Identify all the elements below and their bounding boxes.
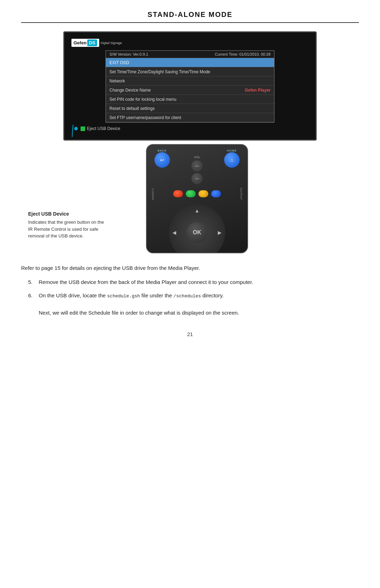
remote-area: BACK ↩ VOL — — — [120, 141, 274, 253]
item-num-5: 5. — [28, 278, 39, 286]
ok-button[interactable]: OK — [186, 222, 208, 243]
callout-title: Eject USB Device — [28, 211, 120, 217]
gefen-text: Gefen — [74, 40, 87, 45]
dpad-outer: ▲ ▼ ◀ ▶ OK — [169, 204, 225, 253]
osd-row-label: Change Device Name — [109, 88, 245, 93]
item-text-6-after: directory. — [201, 292, 224, 298]
dpad: ▲ ▼ ◀ ▶ OK — [169, 204, 225, 253]
logo-area: Gefen DS Digital Signage — [71, 39, 309, 47]
osd-row-device-name[interactable]: Change Device Name Gefen Player — [106, 86, 274, 95]
osd-row-reset[interactable]: Reset to default settings — [106, 104, 274, 113]
dpad-up[interactable]: ▲ — [195, 208, 200, 213]
osd-row-label: Set PIN code for locking local menu — [109, 97, 271, 102]
page-title: STAND-ALONE MODE — [147, 11, 233, 18]
green-button[interactable] — [186, 190, 196, 197]
item-text-6-before: On the USB drive, locate the — [39, 292, 107, 298]
item-num-6: 6. — [28, 291, 39, 317]
blue-button[interactable] — [211, 190, 221, 197]
dpad-down[interactable]: ▼ — [195, 252, 200, 253]
green-square-icon — [81, 126, 85, 131]
osd-row-label: Set FTP username/password for client — [109, 115, 271, 120]
eject-dot — [74, 127, 78, 130]
callout-description: Indicates that the green button on the I… — [28, 219, 106, 240]
vol-down-button[interactable]: — — [191, 173, 203, 184]
osd-row-label: Reset to default settings — [109, 106, 271, 111]
dpad-right[interactable]: ▶ — [218, 230, 222, 235]
list-item-6: 6. On the USB drive, locate the schedule… — [28, 291, 359, 317]
gefen-logo: Gefen DS — [71, 39, 99, 47]
aspect-label: ASPECT — [152, 188, 154, 200]
osd-menu: S/W Version: Ver.0.9.1 Current Time: 01/… — [106, 50, 274, 123]
numbered-list: 5. Remove the USB device from the back o… — [28, 278, 359, 317]
item-text-6-middle: file under the — [140, 292, 173, 298]
list-item-5: 5. Remove the USB device from the back o… — [28, 278, 359, 286]
screen-callout-wrapper: Gefen DS Digital Signage S/W Version: Ve… — [63, 31, 317, 141]
logo-subtitle: Digital Signage — [101, 41, 122, 45]
osd-header: S/W Version: Ver.0.9.1 Current Time: 01/… — [106, 51, 274, 58]
output-label: OUTPUT — [240, 188, 242, 200]
home-icon: ⌂ — [230, 157, 233, 163]
item-text-6: On the USB drive, locate the schedule.gs… — [39, 291, 359, 317]
home-label: HOME — [227, 149, 237, 152]
tv-screen: Gefen DS Digital Signage S/W Version: Ve… — [63, 31, 317, 141]
osd-row-network[interactable]: Network — [106, 76, 274, 86]
remote-control: BACK ↩ VOL — — — [146, 144, 248, 253]
vol-down-icon: — — [195, 176, 199, 181]
device-name-value: Gefen Player — [245, 88, 271, 93]
callout-left: Eject USB Device Indicates that the gree… — [21, 141, 120, 253]
osd-row-pin[interactable]: Set PIN code for locking local menu — [106, 95, 274, 104]
osd-row-label: Set Time/Time Zone/Daylight Saving Time/… — [109, 69, 271, 74]
color-buttons-row: ASPECT OUTPUT — [147, 185, 247, 203]
osd-row-label: Network — [109, 79, 271, 83]
back-label: BACK — [158, 149, 167, 152]
osd-row-exit[interactable]: EXIT OSD — [106, 58, 274, 67]
vol-up-button[interactable]: — — [191, 160, 203, 172]
back-button[interactable]: ↩ — [154, 152, 170, 168]
content-section: Refer to page 15 for details on ejecting… — [21, 264, 359, 317]
page-number: 21 — [21, 331, 359, 337]
eject-usb-label: Eject USB Device — [87, 126, 120, 131]
dpad-left[interactable]: ◀ — [172, 230, 176, 235]
eject-callout-area: Eject USB Device Indicates that the gree… — [21, 141, 274, 253]
refer-para: Refer to page 15 for details on ejecting… — [21, 264, 359, 272]
osd-row-label: EXIT OSD — [109, 60, 271, 65]
item-text-5: Remove the USB device from the back of t… — [39, 278, 359, 286]
current-time: Current Time: 01/01/2010, 00:28 — [215, 52, 271, 56]
home-button[interactable]: ⌂ — [224, 152, 240, 168]
code-schedule: schedule.gsh — [107, 293, 140, 299]
osd-row-time[interactable]: Set Time/Time Zone/Daylight Saving Time/… — [106, 67, 274, 76]
page-title-section: STAND-ALONE MODE — [21, 11, 359, 23]
sw-version: S/W Version: Ver.0.9.1 — [109, 52, 148, 56]
red-button[interactable] — [173, 190, 183, 197]
vol-label: VOL — [194, 155, 200, 159]
page-num-value: 21 — [187, 331, 193, 337]
ds-box: DS — [87, 39, 97, 46]
back-icon: ↩ — [160, 157, 164, 163]
item-text-6-next: Next, we will edit the Schedule file in … — [39, 310, 239, 316]
yellow-button[interactable] — [198, 190, 208, 197]
code-schedules: /schedules — [173, 293, 201, 299]
eject-usb-row: Eject USB Device — [71, 126, 309, 131]
colored-buttons — [173, 190, 221, 197]
vol-up-icon: — — [195, 163, 199, 168]
osd-row-ftp[interactable]: Set FTP username/password for client — [106, 113, 274, 122]
